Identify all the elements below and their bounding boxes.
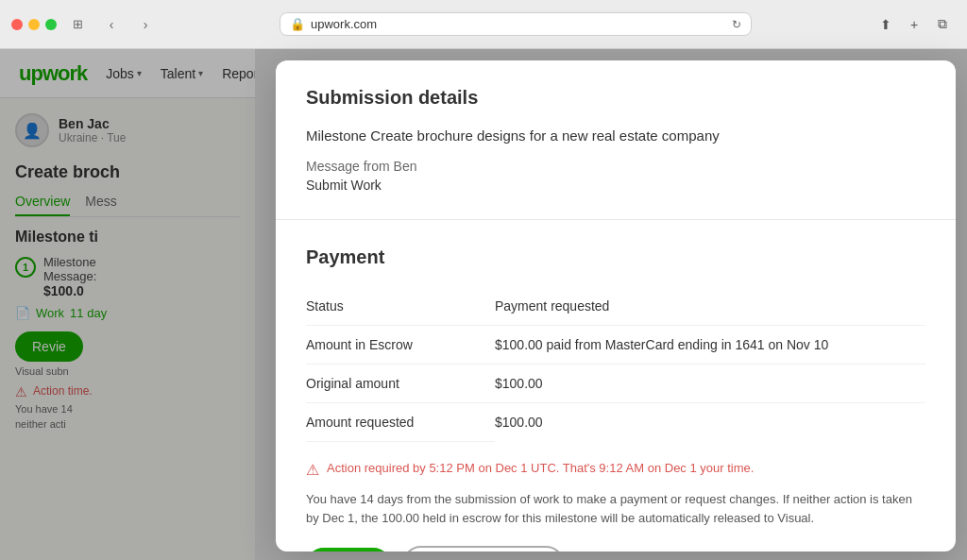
- window-toggle-button[interactable]: ⊞: [64, 11, 91, 38]
- address-bar[interactable]: 🔒 upwork.com ↻: [280, 12, 752, 36]
- escrow-value: $100.00 paid from MasterCard ending in 1…: [495, 326, 925, 365]
- url-text: upwork.com: [311, 17, 377, 31]
- back-button[interactable]: ‹: [98, 11, 125, 38]
- status-label: Status: [306, 287, 495, 326]
- tabs-button[interactable]: ⧉: [929, 11, 956, 38]
- submission-title: Submission details: [306, 87, 925, 109]
- requested-label: Amount requested: [306, 403, 495, 442]
- request-changes-button[interactable]: Request Changes: [402, 546, 565, 552]
- requested-value: $100.00: [495, 403, 925, 442]
- payment-section: Payment Status Payment requested Amount …: [276, 220, 956, 552]
- page-content: upwork Jobs ▾ Talent ▾ Reports ▾ 👤 Ben J…: [0, 49, 967, 560]
- modal-dialog: Submission details Milestone Create broc…: [276, 60, 956, 552]
- payment-grid: Status Payment requested Amount in Escro…: [306, 287, 925, 442]
- status-value: Payment requested: [495, 287, 925, 326]
- submission-details-section: Submission details Milestone Create broc…: [276, 60, 956, 220]
- maximize-button[interactable]: [45, 19, 57, 30]
- action-required-text: Action required by 5:12 PM on Dec 1 UTC.…: [327, 461, 754, 475]
- modal-buttons: Pay Request Changes: [306, 546, 925, 552]
- original-value: $100.00: [495, 365, 925, 403]
- share-button[interactable]: ⬆: [873, 11, 899, 38]
- reload-button[interactable]: ↻: [732, 18, 741, 31]
- close-button[interactable]: [11, 19, 23, 30]
- payment-title: Payment: [306, 246, 925, 268]
- browser-actions: ⬆ + ⧉: [873, 11, 956, 38]
- escrow-label: Amount in Escrow: [306, 326, 495, 365]
- minimize-button[interactable]: [28, 19, 40, 30]
- action-required-icon: ⚠: [306, 461, 319, 479]
- new-tab-button[interactable]: +: [901, 11, 927, 38]
- forward-button[interactable]: ›: [132, 11, 159, 38]
- submission-milestone-label: Milestone Create brochure designs for a …: [306, 127, 925, 144]
- browser-chrome: ⊞ ‹ › 🔒 upwork.com ↻ ⬆ + ⧉: [0, 0, 967, 49]
- modal-overlay: Submission details Milestone Create broc…: [0, 49, 967, 560]
- pay-button[interactable]: Pay: [306, 548, 391, 552]
- action-description: You have 14 days from the submission of …: [306, 490, 925, 527]
- action-required-notice: ⚠ Action required by 5:12 PM on Dec 1 UT…: [306, 461, 925, 479]
- traffic-lights: [11, 19, 57, 30]
- lock-icon: 🔒: [290, 17, 305, 31]
- message-from-label: Message from Ben: [306, 159, 925, 174]
- original-label: Original amount: [306, 365, 495, 403]
- submit-work-value: Submit Work: [306, 178, 925, 193]
